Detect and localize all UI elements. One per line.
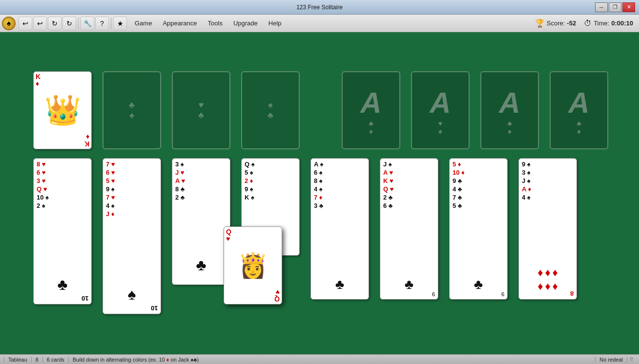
score-value: -52 [567,20,576,27]
dragged-queen-hearts[interactable]: Q♥ 👸 Q♥ [224,226,282,304]
score-display: 🏆 Score: -52 [535,19,576,28]
score-icon: 🏆 [535,19,545,28]
tableau-col6[interactable]: J ♠ A ♥ K ♥ Q ♥ 2 ♣ 6 ♣ ♣ 9 [380,158,438,300]
stock-pile-4[interactable]: ♠♣ [241,71,300,149]
foundation-1[interactable]: A ♣♠ [342,71,400,149]
resize-grip[interactable]: ⠿ [627,356,635,364]
menu-tools[interactable]: Tools [203,18,227,29]
toolbar-btn-settings[interactable]: 🔧 [81,17,94,30]
menu-appearance[interactable]: Appearance [158,18,202,29]
restore-button[interactable]: ❐ [609,2,621,12]
game-area[interactable]: K♦ 👑 K♦ ♣♠ ♥♣ ♠♣ A ♣♠ A ♥♠ [0,32,639,354]
time-value: 0:00:10 [611,20,633,27]
status-game-type: Tableau [4,357,32,363]
minimize-button[interactable]: ─ [595,2,608,12]
menu-game[interactable]: Game [130,18,157,29]
time-label: Time: [594,20,609,27]
toolbar-btn-redo[interactable]: ↻ [48,17,62,30]
toolbar-btn-undo[interactable]: ↩ [19,17,32,30]
time-display: ⏱ Time: 0:00:10 [584,19,633,28]
status-redeal: No redeal [596,357,627,363]
stock-pile-2[interactable]: ♣♠ [103,71,161,149]
toolbar-btn-help[interactable]: ? [95,17,109,30]
tableau-col8[interactable]: 9 ♠ 3 ♠ J ♠ A ♦ 4 ♠ ♦ ♦ ♦ ♦ ♦ ♦ 8 [518,158,577,300]
stock-pile-3[interactable]: ♥♣ [172,71,230,149]
status-rule: Build down in alternating colors (ex. 10… [69,357,596,363]
menu-help[interactable]: Help [264,18,287,29]
foundation-3[interactable]: A ♣♠ [480,71,539,149]
window-title: 123 Free Solitaire [296,4,343,11]
foundation-4[interactable]: A ♣♠ [550,71,608,149]
tableau-col7[interactable]: 5 ♦ 10 ♦ 9 ♣ 4 ♣ 7 ♣ 5 ♣ ♣ 9 [449,158,508,300]
foundation-2[interactable]: A ♥♠ [411,71,470,149]
status-bar: Tableau 8 6 cards Build down in alternat… [0,354,639,364]
toolbar-btn-undo2[interactable]: ↩ [33,17,47,30]
close-button[interactable]: ✕ [622,2,635,12]
menu-bar: Game Appearance Tools Upgrade Help [130,18,287,29]
status-cards: 6 cards [43,357,69,363]
card-king-diamonds[interactable]: K♦ 👑 K♦ [33,71,92,149]
menu-upgrade[interactable]: Upgrade [228,18,263,29]
toolbar-btn-star[interactable]: ★ [113,17,127,30]
toolbar-btn-redo2[interactable]: ↻ [62,17,76,30]
toolbar-separator-2 [111,18,111,29]
time-icon: ⏱ [584,19,592,28]
toolbar-separator-1 [78,18,79,29]
app-logo: ♠ [2,17,16,30]
tableau-col2[interactable]: 7 ♥ 6 ♥ 5 ♥ 9 ♠ 7 ♥ 4 ♠ J ♦ ♠ 10 [103,158,161,314]
tableau-col5[interactable]: A ♠ 6 ♠ 8 ♠ 4 ♠ 7 ♦ 3 ♣ ♣ [310,158,369,300]
game-stats: 🏆 Score: -52 ⏱ Time: 0:00:10 [535,19,633,28]
status-columns: 8 [32,357,43,363]
score-label: Score: [547,20,565,27]
tableau-col1[interactable]: 8 ♥ 6 ♥ 3 ♥ Q ♥ 10 ♠ 2 ♠ ♣ 10 [33,158,92,304]
window-controls: ─ ❐ ✕ [595,2,635,12]
tableau-col3[interactable]: 3 ♠ J ♥ A ♥ 8 ♣ 2 ♣ ♣ [172,158,230,285]
toolbar: ♠ ↩ ↩ ↻ ↻ 🔧 ? ★ Game Appearance Tools Up… [0,15,639,32]
title-bar: 123 Free Solitaire ─ ❐ ✕ [0,0,639,15]
